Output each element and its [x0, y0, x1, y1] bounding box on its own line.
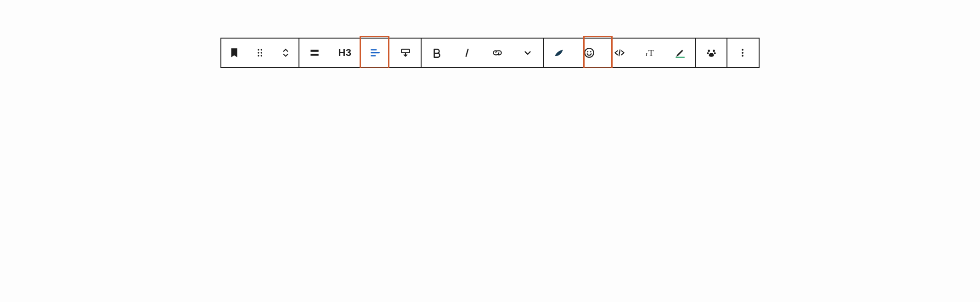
- emoji-icon: [583, 47, 595, 59]
- svg-point-27: [742, 55, 743, 57]
- svg-rect-20: [676, 57, 685, 58]
- heading-level-label: H3: [338, 47, 351, 59]
- paw-icon: [705, 47, 717, 59]
- code-icon: [614, 47, 625, 59]
- width-button[interactable]: [390, 39, 421, 67]
- svg-point-2: [258, 52, 259, 53]
- transform-button[interactable]: [299, 39, 330, 67]
- insert-icon-button[interactable]: [574, 39, 604, 67]
- heading-level-button[interactable]: H3: [330, 39, 360, 67]
- svg-point-16: [590, 51, 591, 52]
- svg-rect-11: [401, 49, 409, 53]
- svg-text:T: T: [648, 48, 654, 58]
- kebab-icon: [737, 47, 749, 59]
- svg-rect-6: [310, 50, 318, 52]
- block-toolbar: H3: [220, 38, 760, 68]
- feather-icon: [553, 47, 565, 59]
- bold-button[interactable]: [422, 39, 452, 67]
- text-size-icon: T T: [644, 47, 656, 59]
- svg-text:T: T: [645, 51, 648, 57]
- svg-point-22: [713, 50, 715, 52]
- svg-point-1: [261, 49, 262, 50]
- highlight-button[interactable]: [665, 39, 695, 67]
- svg-point-3: [261, 52, 262, 53]
- move-up-down[interactable]: [273, 39, 299, 67]
- svg-point-0: [258, 49, 259, 50]
- svg-point-24: [714, 52, 715, 54]
- italic-button[interactable]: [452, 39, 482, 67]
- chevron-up-down-icon: [280, 47, 292, 59]
- bold-icon: [431, 47, 443, 59]
- svg-point-23: [707, 52, 709, 54]
- link-icon: [491, 47, 503, 59]
- svg-point-25: [742, 49, 743, 51]
- more-rich-text-button[interactable]: [513, 39, 543, 67]
- svg-line-17: [619, 50, 620, 56]
- svg-point-15: [587, 51, 588, 52]
- inline-code-button[interactable]: [604, 39, 635, 67]
- paw-button[interactable]: [696, 39, 727, 67]
- width-icon: [400, 47, 411, 59]
- text-size-button[interactable]: T T: [635, 39, 665, 67]
- svg-rect-7: [310, 54, 318, 56]
- text-align-button[interactable]: [360, 39, 390, 67]
- svg-point-14: [585, 48, 594, 57]
- options-button[interactable]: [727, 39, 758, 67]
- svg-point-21: [708, 50, 710, 52]
- svg-point-26: [742, 52, 743, 54]
- block-type-button[interactable]: [221, 39, 247, 67]
- highlight-icon: [674, 47, 686, 59]
- italic-icon: [461, 47, 473, 59]
- chevron-down-icon: [522, 47, 534, 59]
- link-button[interactable]: [482, 39, 513, 67]
- feather-button[interactable]: [544, 39, 574, 67]
- svg-point-4: [258, 55, 259, 56]
- bookmark-icon: [228, 47, 240, 59]
- drag-handle[interactable]: [247, 39, 273, 67]
- heading-block-icon: [309, 47, 321, 59]
- drag-icon: [254, 47, 266, 59]
- align-left-icon: [369, 47, 381, 59]
- svg-line-13: [466, 49, 468, 56]
- svg-point-5: [261, 55, 262, 56]
